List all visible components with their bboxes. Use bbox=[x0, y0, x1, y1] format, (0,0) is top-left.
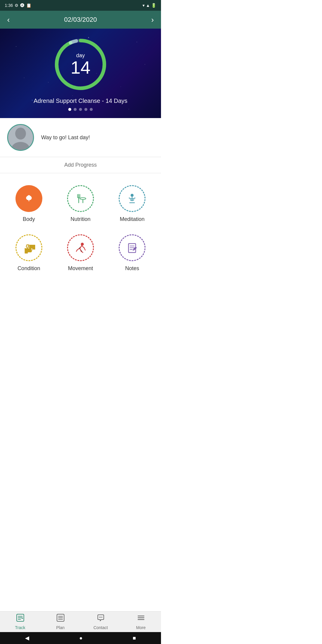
progress-ring: day 14 bbox=[52, 36, 109, 93]
sim-icon: 📋 bbox=[26, 3, 31, 8]
user-row: Way to go! Last day! bbox=[0, 118, 161, 157]
status-bar: 1:36 ⚙ 🅐 📋 ▾ ▲ 🔋 bbox=[0, 0, 161, 11]
grid-item-nutrition[interactable]: Nutrition bbox=[55, 179, 106, 228]
settings-icon: ⚙ bbox=[15, 3, 18, 8]
svg-rect-14 bbox=[25, 248, 27, 253]
next-button[interactable]: › bbox=[151, 15, 154, 24]
grid-item-body[interactable]: Body bbox=[3, 179, 55, 228]
svg-rect-15 bbox=[33, 245, 35, 250]
time-display: 1:36 bbox=[5, 3, 13, 8]
signal-icon: ▲ bbox=[146, 3, 150, 8]
battery-icon: 🔋 bbox=[151, 3, 156, 8]
svg-point-4 bbox=[12, 142, 30, 150]
svg-point-3 bbox=[15, 128, 26, 140]
wifi-icon: ▾ bbox=[143, 3, 145, 8]
condition-label: Condition bbox=[18, 265, 40, 272]
meditation-icon-wrap bbox=[119, 185, 145, 212]
svg-point-16 bbox=[81, 243, 84, 246]
add-progress-section: Add Progress bbox=[0, 157, 161, 173]
accessibility-icon: 🅐 bbox=[20, 3, 24, 8]
status-right: ▾ ▲ 🔋 bbox=[143, 3, 156, 8]
movement-label: Movement bbox=[68, 265, 93, 272]
hero-banner: day 14 Adrenal Support Cleanse - 14 Days bbox=[0, 29, 161, 118]
grid-item-meditation[interactable]: Meditation bbox=[106, 179, 158, 228]
header: ‹ 02/03/2020 › bbox=[0, 11, 161, 29]
user-message: Way to go! Last day! bbox=[41, 134, 90, 141]
avatar bbox=[7, 124, 34, 151]
movement-icon-wrap bbox=[67, 234, 94, 261]
svg-point-12 bbox=[131, 194, 134, 197]
grid-item-condition[interactable]: Condition bbox=[3, 228, 55, 278]
ring-center: day 14 bbox=[71, 52, 91, 76]
notes-icon-wrap bbox=[119, 234, 145, 261]
progress-grid: Body Nutrition bbox=[0, 173, 161, 284]
condition-icon-wrap bbox=[16, 234, 42, 261]
status-left: 1:36 ⚙ 🅐 📋 bbox=[5, 3, 31, 8]
nutrition-icon-wrap bbox=[67, 185, 94, 212]
add-progress-label: Add Progress bbox=[64, 162, 97, 168]
body-icon-wrap bbox=[16, 185, 42, 212]
header-date: 02/03/2020 bbox=[64, 16, 97, 24]
day-number: 14 bbox=[71, 57, 91, 77]
grid-item-movement[interactable]: Movement bbox=[55, 228, 106, 278]
nutrition-label: Nutrition bbox=[70, 216, 90, 222]
prev-button[interactable]: ‹ bbox=[7, 15, 10, 24]
meditation-label: Meditation bbox=[120, 216, 145, 222]
grid-item-notes[interactable]: Notes bbox=[106, 228, 158, 278]
notes-label: Notes bbox=[125, 265, 139, 272]
body-label: Body bbox=[23, 216, 35, 222]
